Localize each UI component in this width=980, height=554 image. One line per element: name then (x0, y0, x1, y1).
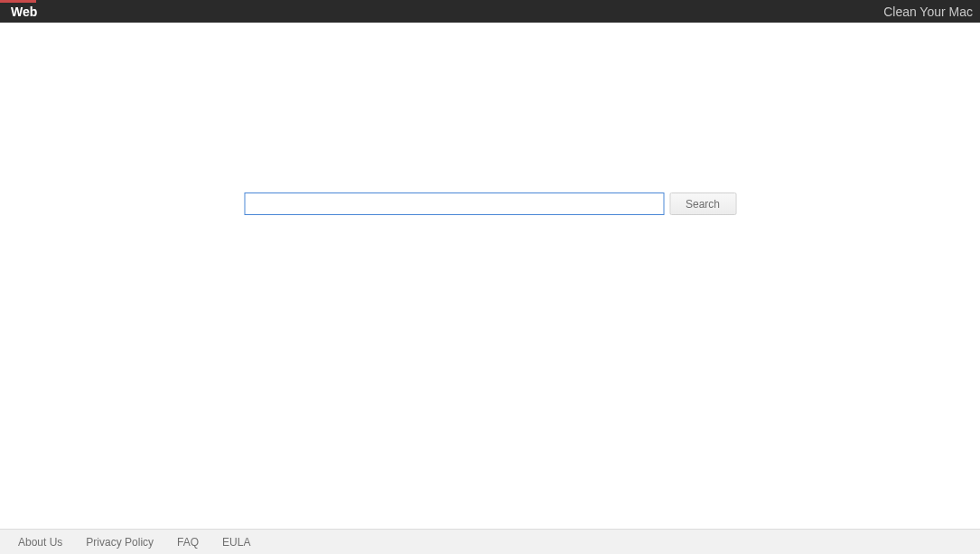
search-input[interactable] (244, 192, 664, 215)
clean-your-mac-link[interactable]: Clean Your Mac (883, 5, 973, 19)
search-button[interactable]: Search (669, 192, 736, 215)
footer-bar: About Us Privacy Policy FAQ EULA (0, 529, 980, 554)
footer-link-about-us[interactable]: About Us (18, 536, 62, 549)
main-content: Search (0, 23, 980, 529)
footer-link-privacy-policy[interactable]: Privacy Policy (86, 536, 154, 549)
header-title: Web (11, 5, 37, 19)
footer-link-eula[interactable]: EULA (222, 536, 250, 549)
footer-link-faq[interactable]: FAQ (177, 536, 199, 549)
top-accent-bar (0, 0, 36, 3)
search-container: Search (244, 192, 736, 215)
header-bar: Web Clean Your Mac (0, 0, 980, 23)
